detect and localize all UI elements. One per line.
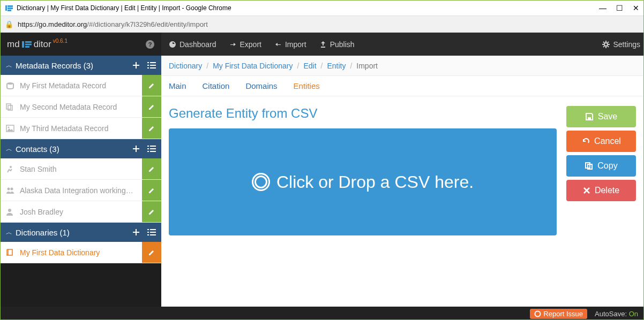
tab-main[interactable]: Main xyxy=(169,81,186,90)
svg-rect-0 xyxy=(5,5,7,11)
subnav: Main Citation Domains Entities xyxy=(161,76,643,96)
window-close-icon[interactable]: ✕ xyxy=(633,4,639,12)
edit-button[interactable] xyxy=(142,242,161,263)
svg-line-15 xyxy=(603,42,604,43)
help-icon[interactable]: ? xyxy=(145,40,155,49)
sidebar-item-contact-2: Josh Bradley xyxy=(1,201,161,223)
delete-button[interactable]: Delete xyxy=(566,180,636,201)
sidebar-item-contact-1: Alaska Data Integration working… xyxy=(1,180,161,201)
edit-button[interactable] xyxy=(142,96,161,117)
svg-rect-26 xyxy=(6,104,11,109)
plus-icon[interactable] xyxy=(132,228,140,236)
edit-button[interactable] xyxy=(142,158,161,179)
svg-point-39 xyxy=(8,209,11,212)
svg-rect-7 xyxy=(25,46,29,48)
csv-dropzone[interactable]: Click or Drop a CSV here. xyxy=(169,128,557,235)
list-icon[interactable] xyxy=(147,228,156,236)
svg-rect-31 xyxy=(150,146,156,147)
edit-button[interactable] xyxy=(142,201,161,222)
close-icon xyxy=(583,187,590,194)
svg-rect-19 xyxy=(147,62,149,63)
chevron-up-icon: ︿ xyxy=(6,144,12,154)
publish-icon xyxy=(319,41,327,48)
action-buttons: Save Cancel Copy Delete xyxy=(566,106,636,297)
svg-rect-2 xyxy=(8,7,13,9)
cancel-button[interactable]: Cancel xyxy=(566,131,636,152)
plus-icon[interactable] xyxy=(132,145,140,153)
copy-icon xyxy=(6,103,16,111)
window-minimize-icon[interactable]: — xyxy=(599,4,606,12)
sidebar-item-dictionary-0: My First Data Dictionary xyxy=(1,242,161,263)
favicon-icon xyxy=(5,4,13,12)
copy-icon xyxy=(585,162,593,170)
tab-citation[interactable]: Citation xyxy=(203,81,230,90)
footer: Report Issue AutoSave: On xyxy=(1,307,643,320)
breadcrumb-current: Import xyxy=(356,62,378,70)
sidebar-section-dictionaries[interactable]: ︿ Dictionaries (1) xyxy=(1,223,161,242)
svg-rect-43 xyxy=(150,232,156,233)
copy-button[interactable]: Copy xyxy=(566,155,636,177)
image-icon xyxy=(6,125,16,132)
edit-button[interactable] xyxy=(142,118,161,139)
svg-line-16 xyxy=(608,46,609,47)
svg-point-10 xyxy=(604,43,608,46)
main: Dictionary/ My First Data Dictionary/ Ed… xyxy=(161,56,643,307)
tab-domains[interactable]: Domains xyxy=(245,81,277,90)
svg-line-18 xyxy=(603,46,604,47)
undo-icon xyxy=(581,137,590,146)
svg-rect-20 xyxy=(150,62,156,63)
svg-rect-21 xyxy=(147,65,149,66)
edit-button[interactable] xyxy=(142,75,161,96)
svg-line-17 xyxy=(608,42,609,43)
sidebar-section-metadata[interactable]: ︿ Metadata Records (3) xyxy=(1,56,161,75)
list-icon[interactable] xyxy=(147,62,156,69)
svg-rect-30 xyxy=(147,146,149,147)
svg-rect-6 xyxy=(25,43,32,45)
database-icon xyxy=(6,82,16,89)
svg-point-51 xyxy=(536,311,540,316)
svg-rect-44 xyxy=(147,234,149,235)
nav-export[interactable]: Export xyxy=(229,40,261,49)
browser-urlbar[interactable]: 🔒 https://go.mdeditor.org/#/dictionary/k… xyxy=(1,16,643,33)
edit-button[interactable] xyxy=(142,180,161,201)
svg-rect-47 xyxy=(588,117,591,119)
svg-rect-41 xyxy=(150,229,156,230)
window-maximize-icon[interactable]: ☐ xyxy=(616,4,623,12)
sidebar-section-contacts[interactable]: ︿ Contacts (3) xyxy=(1,139,161,158)
svg-rect-34 xyxy=(147,151,149,152)
breadcrumb-link[interactable]: Dictionary xyxy=(169,62,202,70)
sidebar-item-contact-0: Stan Smith xyxy=(1,158,161,180)
chevron-up-icon: ︿ xyxy=(6,61,12,70)
user-icon xyxy=(6,208,16,216)
nav-import[interactable]: Import xyxy=(274,40,306,49)
window-controls: — ☐ ✕ xyxy=(599,4,639,12)
breadcrumb-link[interactable]: Edit xyxy=(303,62,316,70)
save-icon xyxy=(585,112,594,121)
nav-dashboard[interactable]: Dashboard xyxy=(169,40,216,49)
save-button[interactable]: Save xyxy=(566,106,636,127)
sidebar-item-metadata-2: My Third Metadata Record xyxy=(1,118,161,139)
export-icon xyxy=(229,41,237,48)
svg-rect-33 xyxy=(150,148,156,149)
report-issue-button[interactable]: Report Issue xyxy=(530,309,587,319)
sidebar-item-metadata-0: My First Metadata Record xyxy=(1,75,161,96)
brand[interactable]: md ditor v0.6.1 ? xyxy=(1,33,161,56)
version-badge: v0.6.1 xyxy=(53,38,68,44)
running-icon xyxy=(6,165,16,173)
nav-publish[interactable]: Publish xyxy=(319,40,355,49)
page-title: Generate Entity from CSV xyxy=(169,106,557,121)
browser-url: https://go.mdeditor.org/#/dictionary/k7l… xyxy=(18,20,208,28)
list-icon[interactable] xyxy=(147,145,156,153)
svg-rect-45 xyxy=(150,234,156,235)
brand-logo-icon xyxy=(22,40,32,49)
browser-titlebar: Dictionary | My First Data Dictionary | … xyxy=(1,1,643,16)
breadcrumb-link[interactable]: Entity xyxy=(327,62,346,70)
nav-settings[interactable]: Settings xyxy=(602,40,640,49)
lock-icon: 🔒 xyxy=(5,20,13,28)
breadcrumb-link[interactable]: My First Data Dictionary xyxy=(213,62,293,70)
tab-entities[interactable]: Entities xyxy=(294,81,320,90)
plus-icon[interactable] xyxy=(132,62,140,69)
sidebar-item-metadata-1: My Second Metadata Record xyxy=(1,96,161,118)
github-icon xyxy=(534,310,541,317)
autosave-status: AutoSave: On xyxy=(595,310,638,318)
